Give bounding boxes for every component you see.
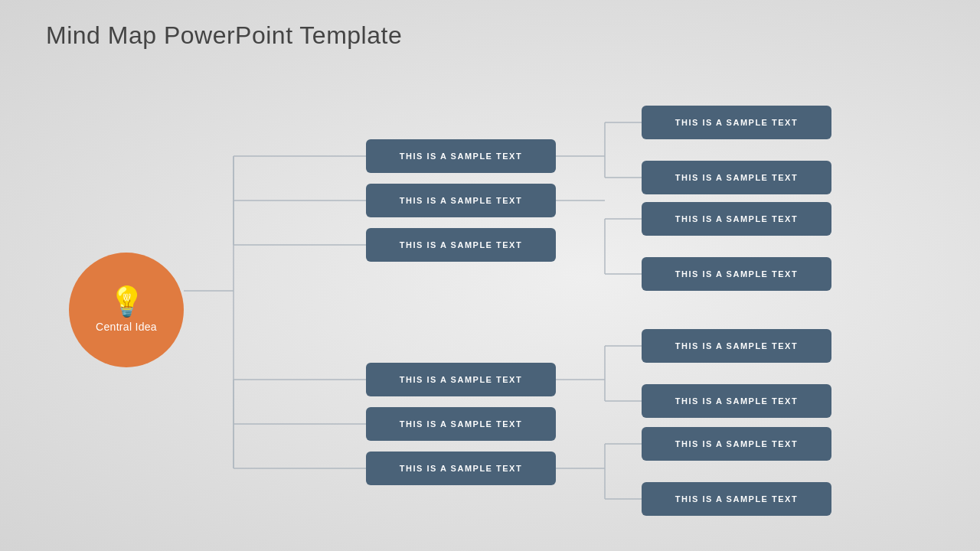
primary-node-6[interactable]: THIS IS A SAMPLE TEXT [366, 452, 556, 485]
secondary-node-4[interactable]: THIS IS A SAMPLE TEXT [642, 257, 831, 291]
primary-node-5[interactable]: THIS IS A SAMPLE TEXT [366, 407, 556, 441]
secondary-node-8[interactable]: THIS IS A SAMPLE TEXT [642, 482, 831, 516]
secondary-node-3[interactable]: THIS IS A SAMPLE TEXT [642, 202, 831, 236]
bulb-icon: 💡 [109, 287, 145, 316]
page-title: Mind Map PowerPoint Template [46, 21, 402, 50]
slide: Mind Map PowerPoint Template [0, 0, 980, 551]
secondary-node-2[interactable]: THIS IS A SAMPLE TEXT [642, 161, 831, 194]
secondary-node-6[interactable]: THIS IS A SAMPLE TEXT [642, 384, 831, 418]
secondary-node-1[interactable]: THIS IS A SAMPLE TEXT [642, 106, 831, 139]
primary-node-1[interactable]: THIS IS A SAMPLE TEXT [366, 139, 556, 173]
primary-node-4[interactable]: THIS IS A SAMPLE TEXT [366, 363, 556, 396]
central-idea-circle: 💡 Central Idea [69, 253, 184, 367]
secondary-node-7[interactable]: THIS IS A SAMPLE TEXT [642, 427, 831, 461]
secondary-node-5[interactable]: THIS IS A SAMPLE TEXT [642, 329, 831, 363]
central-idea-label: Central Idea [96, 321, 157, 333]
primary-node-3[interactable]: THIS IS A SAMPLE TEXT [366, 228, 556, 262]
primary-node-2[interactable]: THIS IS A SAMPLE TEXT [366, 184, 556, 217]
